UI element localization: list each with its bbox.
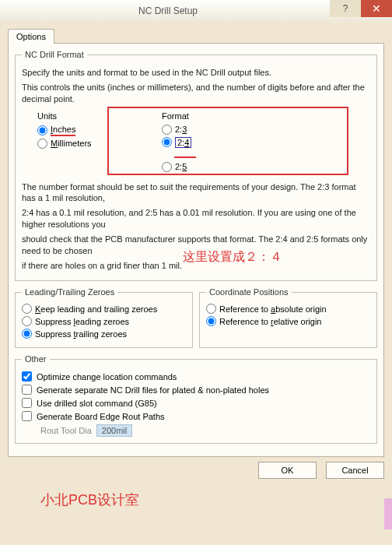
cb-rout[interactable]: Generate Board Edge Rout Paths: [22, 411, 370, 421]
radio-inches[interactable]: Inches: [37, 125, 123, 136]
help-button[interactable]: ?: [330, 0, 361, 17]
radio-2-3[interactable]: 2:3: [162, 125, 232, 135]
options-panel: NC Drill Format Specify the units and fo…: [8, 43, 384, 457]
radio-keep-zeroes[interactable]: Keep leading and trailing zeroes: [22, 304, 186, 314]
radio-mm-input[interactable]: [37, 139, 47, 149]
annotation-text-2: 小北PCB设计室: [40, 490, 139, 509]
radio-inches-input[interactable]: [37, 125, 47, 135]
cb-g85[interactable]: Use drilled slot command (G85): [22, 398, 370, 408]
ok-button[interactable]: OK: [258, 462, 317, 479]
legend-other: Other: [22, 354, 50, 364]
radio-2-3-input[interactable]: [162, 125, 172, 135]
window-title: NC Drill Setup: [6, 5, 330, 16]
cb-rout-input[interactable]: [22, 411, 32, 421]
group-zeroes: Leading/Trailing Zeroes Keep leading and…: [15, 287, 193, 348]
group-coord: Coordinate Positions Reference to absolu…: [199, 287, 377, 348]
format-desc-3b: 2:4 has a 0.1 mil resolution, and 2:5 ha…: [22, 207, 370, 230]
radio-2-4[interactable]: 2:4: [162, 137, 232, 148]
radio-rel-input[interactable]: [206, 316, 216, 326]
cancel-button[interactable]: Cancel: [326, 462, 384, 479]
radio-2-5[interactable]: 2:5: [162, 162, 232, 172]
rout-tool-row: Rout Tool Dia 200mil: [40, 424, 370, 437]
radio-suppress-leading[interactable]: Suppress leading zeroes: [22, 316, 186, 326]
bg-stripe: [384, 498, 392, 529]
cb-optimize[interactable]: Optimize change location commands: [22, 371, 370, 382]
radio-supL-input[interactable]: [22, 316, 32, 326]
cb-separate-input[interactable]: [22, 385, 32, 395]
annotation-text-1: 这里设置成２：４: [183, 249, 282, 265]
format-desc-2: This controls the units (inches or milli…: [22, 82, 370, 105]
radio-keep-input[interactable]: [22, 304, 32, 314]
rout-tool-label: Rout Tool Dia: [40, 426, 92, 435]
radio-relative[interactable]: Reference to relative origin: [206, 316, 370, 326]
format-desc-1: Specify the units and format to be used …: [22, 67, 370, 79]
radio-2-4-input[interactable]: [162, 137, 172, 147]
title-bar: NC Drill Setup ? ✕: [0, 0, 392, 22]
legend-zeroes: Leading/Trailing Zeroes: [22, 287, 117, 297]
radio-absolute[interactable]: Reference to absolute origin: [206, 304, 370, 314]
radio-supT-input[interactable]: [22, 329, 32, 339]
units-label: Units: [37, 111, 123, 122]
group-other: Other Optimize change location commands …: [15, 354, 377, 444]
group-nc-drill-format: NC Drill Format Specify the units and fo…: [15, 50, 377, 281]
radio-millimeters[interactable]: Millimeters: [37, 139, 123, 149]
radio-suppress-trailing[interactable]: Suppress trailing zeroes: [22, 329, 186, 339]
format-label: Format: [162, 111, 232, 122]
cb-g85-input[interactable]: [22, 398, 32, 408]
rout-tool-value[interactable]: 200mil: [96, 424, 132, 437]
cb-separate-files[interactable]: Generate separate NC Drill files for pla…: [22, 385, 370, 395]
radio-2-5-input[interactable]: [162, 162, 172, 172]
cb-optimize-input[interactable]: [22, 371, 32, 382]
legend-coord: Coordinate Positions: [206, 287, 292, 297]
format-desc-3a: The number format should be set to suit …: [22, 181, 370, 205]
tab-options[interactable]: Options: [8, 29, 54, 44]
radio-abs-input[interactable]: [206, 304, 216, 314]
close-button[interactable]: ✕: [361, 0, 392, 17]
legend-format: NC Drill Format: [22, 50, 87, 59]
